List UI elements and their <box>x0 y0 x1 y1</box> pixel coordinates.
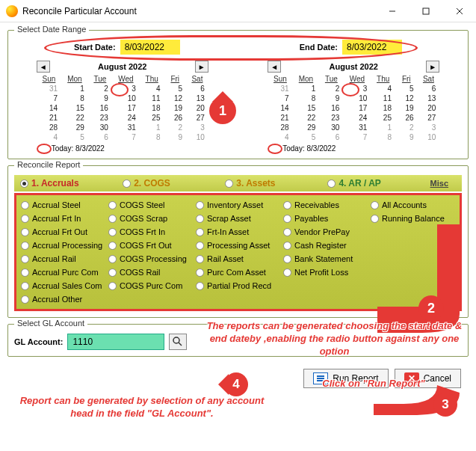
cal-day[interactable]: 25 <box>140 113 164 123</box>
run-report-button[interactable]: Run Report <box>303 369 388 388</box>
cal-day[interactable]: 2 <box>164 123 186 132</box>
cal-day[interactable]: 8 <box>140 132 164 142</box>
report-option[interactable]: Receivables <box>282 198 369 212</box>
report-option[interactable]: Running Balance <box>369 212 457 225</box>
cal-day[interactable]: 8 <box>293 93 320 103</box>
cal-next-button[interactable]: ► <box>195 61 208 73</box>
cal-day[interactable]: 24 <box>112 113 140 123</box>
cal-day[interactable]: 11 <box>140 93 164 103</box>
cal-day[interactable]: 22 <box>61 113 88 123</box>
cal-day[interactable]: 18 <box>371 103 395 113</box>
cal-day[interactable]: 9 <box>88 93 112 103</box>
cal-day[interactable]: 1 <box>293 84 320 93</box>
cal-day[interactable]: 18 <box>140 103 164 113</box>
cal-day[interactable]: 29 <box>61 123 88 132</box>
cal-day[interactable]: 21 <box>268 113 292 123</box>
report-category[interactable]: 2. COGS <box>117 178 219 188</box>
report-option[interactable]: COGS Scrap <box>107 212 194 225</box>
cal-day[interactable]: 4 <box>140 84 164 93</box>
cal-day[interactable]: 2 <box>395 123 418 132</box>
start-calendar[interactable]: ◄ August 2022 ► SunMonTueWedThuFriSat311… <box>37 59 208 153</box>
cal-day[interactable]: 3 <box>343 84 371 93</box>
cal-day[interactable]: 16 <box>88 103 112 113</box>
cal-day[interactable]: 4 <box>37 132 61 142</box>
cal-today-link[interactable]: Today: 8/3/2022 <box>37 142 208 153</box>
report-option[interactable]: Purc Com Asset <box>194 266 282 279</box>
report-option[interactable]: Inventory Asset <box>194 198 282 212</box>
cal-day[interactable]: 15 <box>293 103 320 113</box>
cal-day[interactable]: 23 <box>88 113 112 123</box>
cal-day[interactable]: 13 <box>186 93 208 103</box>
report-option[interactable]: Accrual Purc Com <box>19 266 107 279</box>
cal-day[interactable]: 7 <box>37 93 61 103</box>
cal-day[interactable]: 2 <box>319 84 343 93</box>
cal-day[interactable]: 9 <box>164 132 186 142</box>
report-option[interactable]: Bank Statement <box>282 252 369 266</box>
cal-day[interactable]: 9 <box>319 93 343 103</box>
cal-day[interactable]: 10 <box>418 132 440 142</box>
report-option[interactable]: COGS Processing <box>107 252 194 266</box>
report-option[interactable]: Accrual Frt Out <box>19 225 107 239</box>
cal-day[interactable]: 17 <box>343 103 371 113</box>
close-button[interactable] <box>442 0 476 22</box>
report-category[interactable]: 3. Assets <box>219 178 321 188</box>
cal-day[interactable]: 20 <box>186 103 208 113</box>
cal-day[interactable]: 15 <box>61 103 88 113</box>
report-option[interactable]: COGS Rail <box>107 266 194 279</box>
cal-day[interactable]: 3 <box>112 84 140 93</box>
report-option[interactable]: Payables <box>282 212 369 225</box>
cal-day[interactable]: 13 <box>418 93 440 103</box>
cal-day[interactable]: 24 <box>343 113 371 123</box>
cal-day[interactable]: 2 <box>88 84 112 93</box>
cal-day[interactable]: 6 <box>186 84 208 93</box>
report-option[interactable]: Frt-In Asset <box>194 225 282 239</box>
cal-day[interactable]: 6 <box>88 132 112 142</box>
report-option[interactable]: Accrual Processing <box>19 239 107 252</box>
cal-prev-button[interactable]: ◄ <box>37 61 50 73</box>
report-option[interactable]: Accrual Sales Com <box>19 279 107 292</box>
cal-day[interactable]: 7 <box>268 93 292 103</box>
cal-day[interactable]: 8 <box>61 93 88 103</box>
cal-day[interactable]: 11 <box>371 93 395 103</box>
cancel-button[interactable]: ✕ Cancel <box>395 369 461 388</box>
cal-day[interactable]: 30 <box>319 123 343 132</box>
report-option[interactable]: Accrual Frt In <box>19 212 107 225</box>
cal-day[interactable]: 1 <box>61 84 88 93</box>
cal-day[interactable]: 31 <box>112 123 140 132</box>
cal-day[interactable]: 1 <box>371 123 395 132</box>
cal-day[interactable]: 5 <box>395 84 418 93</box>
start-date-input[interactable] <box>120 40 180 55</box>
cal-day[interactable]: 14 <box>37 103 61 113</box>
cal-day[interactable]: 17 <box>112 103 140 113</box>
report-option[interactable]: COGS Frt In <box>107 225 194 239</box>
cal-day[interactable]: 14 <box>268 103 292 113</box>
cal-day[interactable]: 5 <box>164 84 186 93</box>
cal-day[interactable]: 10 <box>186 132 208 142</box>
cal-day[interactable]: 8 <box>371 132 395 142</box>
cal-day[interactable]: 31 <box>268 84 292 93</box>
report-category[interactable]: 4. AR / AP <box>321 178 424 188</box>
report-option[interactable]: Accrual Other <box>19 292 107 306</box>
cal-day[interactable]: 25 <box>371 113 395 123</box>
cal-day[interactable]: 26 <box>164 113 186 123</box>
gl-account-input[interactable] <box>67 334 164 350</box>
minimize-button[interactable] <box>375 0 409 22</box>
misc-link[interactable]: Misc <box>430 179 456 188</box>
cal-day[interactable]: 4 <box>268 132 292 142</box>
cal-day[interactable]: 6 <box>319 132 343 142</box>
cal-day[interactable]: 31 <box>37 84 61 93</box>
report-option[interactable]: COGS Steel <box>107 198 194 212</box>
report-option[interactable]: Accrual Rail <box>19 252 107 266</box>
cal-day[interactable]: 20 <box>418 103 440 113</box>
report-option[interactable]: COGS Frt Out <box>107 239 194 252</box>
cal-day[interactable]: 5 <box>293 132 320 142</box>
gl-lookup-button[interactable] <box>169 334 187 350</box>
cal-day[interactable]: 12 <box>164 93 186 103</box>
report-option[interactable]: COGS Purc Com <box>107 279 194 292</box>
end-date-input[interactable] <box>342 40 402 55</box>
cal-day[interactable]: 27 <box>418 113 440 123</box>
cal-day[interactable]: 19 <box>164 103 186 113</box>
report-option[interactable]: Net Profit Loss <box>282 266 369 279</box>
cal-day[interactable]: 7 <box>112 132 140 142</box>
cal-day[interactable]: 26 <box>395 113 418 123</box>
